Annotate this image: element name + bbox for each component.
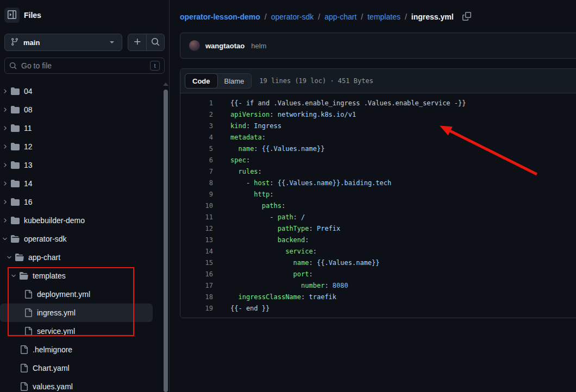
tree-item-label: 11 [24, 124, 32, 132]
folder-open-icon [11, 235, 20, 243]
chevron-spacer [14, 290, 22, 298]
chevron-right-icon [1, 217, 9, 224]
tree-item-12[interactable]: 12 [0, 137, 153, 156]
code-line: 18 ingressClassName: traefik [180, 292, 576, 303]
line-content: service: [213, 246, 317, 257]
scrollbar-thumb[interactable] [164, 90, 168, 392]
breadcrumb-dir-link[interactable]: operator-sdk [271, 12, 314, 21]
tree-item-deployment-yml[interactable]: deployment.yml [0, 285, 153, 304]
line-number[interactable]: 10 [180, 200, 213, 212]
line-number[interactable]: 6 [180, 155, 213, 166]
line-number[interactable]: 1 [180, 98, 213, 109]
app: Files main [0, 0, 576, 392]
tab-blame[interactable]: Blame [217, 74, 252, 88]
tree-item-values-yaml[interactable]: values.yaml [0, 377, 153, 392]
copy-path-button[interactable] [462, 12, 471, 22]
tree-item-service-yml[interactable]: service.yml [0, 322, 153, 340]
code-line: 17 number: 8080 [180, 280, 576, 292]
line-number[interactable]: 4 [180, 132, 213, 143]
search-icon [151, 37, 160, 48]
code-line: 5 name: {{.Values.name}} [180, 143, 576, 155]
tree-item-operator-sdk[interactable]: operator-sdk [0, 230, 153, 248]
line-number[interactable]: 12 [180, 223, 213, 235]
tree-item-11[interactable]: 11 [0, 119, 153, 137]
line-number[interactable]: 7 [180, 166, 213, 178]
line-number[interactable]: 8 [180, 178, 213, 189]
line-number[interactable]: 14 [180, 246, 213, 257]
search-code-button[interactable] [146, 34, 164, 50]
tree-item-13[interactable]: 13 [0, 156, 153, 174]
tree-item-04[interactable]: 04 [0, 82, 153, 100]
line-content: name: {{.Values.name}} [213, 257, 380, 269]
line-number[interactable]: 18 [180, 292, 213, 303]
chevron-spacer [10, 364, 17, 372]
chevron-right-icon [1, 161, 9, 169]
breadcrumb-separator: / [318, 12, 320, 21]
commit-message[interactable]: helm [251, 42, 266, 50]
tree-item-templates[interactable]: templates [0, 267, 153, 285]
avatar[interactable] [189, 40, 200, 51]
chevron-down-icon [1, 235, 9, 243]
line-number[interactable]: 17 [180, 280, 213, 292]
code-line: 9 http: [180, 189, 576, 200]
breadcrumb-repo-link[interactable]: operator-lesson-demo [180, 12, 260, 21]
chevron-right-icon [1, 143, 9, 150]
sidebar-scrollbar [163, 81, 168, 392]
line-number[interactable]: 16 [180, 269, 213, 280]
chevron-spacer [14, 327, 22, 335]
line-content: http: [213, 189, 274, 200]
tree-item-08[interactable]: 08 [0, 100, 153, 119]
tree-item-chart-yaml[interactable]: Chart.yaml [0, 359, 153, 377]
folder-icon [11, 198, 20, 206]
chevron-spacer [10, 383, 17, 390]
breadcrumb-current-file: ingress.yml [411, 12, 454, 21]
folder-icon [11, 105, 20, 114]
line-number[interactable]: 19 [180, 303, 213, 314]
file-meta-info: 19 lines (19 loc) · 451 Bytes [259, 77, 373, 85]
commit-author[interactable]: wangtaotao [205, 42, 245, 50]
line-number[interactable]: 11 [180, 212, 213, 223]
line-number[interactable]: 15 [180, 257, 213, 269]
code-line: 1{{- if and .Values.enable_ingress .Valu… [180, 98, 576, 109]
line-number[interactable]: 13 [180, 235, 213, 246]
tree-item-ingress-yml[interactable]: ingress.yml [0, 304, 153, 322]
tree-item-16[interactable]: 16 [0, 193, 153, 211]
folder-icon [11, 124, 20, 132]
tree-item-label: kubebuilder-demo [24, 216, 85, 225]
tab-code[interactable]: Code [185, 73, 218, 88]
tree-item-label: 14 [24, 179, 33, 188]
chevron-right-icon [1, 87, 9, 95]
breadcrumb-separator: / [361, 12, 363, 21]
line-number[interactable]: 9 [180, 189, 213, 200]
file-view-header: Code Blame 19 lines (19 loc) · 451 Bytes [180, 69, 576, 93]
line-number[interactable]: 3 [180, 121, 213, 132]
tree-item-label: .helmignore [33, 345, 72, 354]
scrollbar-up-arrow[interactable] [163, 83, 168, 86]
file-icon [24, 308, 33, 317]
tree-item-app-chart[interactable]: app-chart [0, 248, 153, 267]
line-content: {{- if and .Values.enable_ingress .Value… [213, 98, 466, 109]
tree-item-label: values.yaml [33, 382, 73, 391]
tree-item-kubebuilder-demo[interactable]: kubebuilder-demo [0, 211, 153, 230]
line-number[interactable]: 2 [180, 109, 213, 121]
folder-icon [11, 179, 20, 188]
add-file-button[interactable] [128, 34, 146, 50]
tree-item-helmignore[interactable]: .helmignore [0, 340, 153, 359]
line-content: apiVersion: networking.k8s.io/v1 [213, 109, 356, 121]
line-content: - host: {{.Values.name}}.baiding.tech [213, 178, 391, 189]
branch-name: main [23, 39, 103, 47]
line-content: - path: / [213, 212, 305, 223]
breadcrumb-dir-link[interactable]: app-chart [324, 12, 356, 21]
branch-selector-button[interactable]: main [4, 34, 122, 51]
breadcrumb-dir-link[interactable]: templates [367, 12, 400, 21]
breadcrumb-separator: / [265, 12, 267, 21]
line-number[interactable]: 5 [180, 143, 213, 155]
file-icon [20, 364, 28, 372]
line-content: spec: [213, 155, 250, 166]
breadcrumb: operator-lesson-demo / operator-sdk / ap… [180, 11, 576, 23]
collapse-sidebar-button[interactable] [4, 8, 20, 23]
tree-item-label: operator-sdk [24, 235, 67, 243]
sidebar-controls: main [4, 34, 165, 51]
tree-item-14[interactable]: 14 [0, 174, 153, 193]
go-to-file-input[interactable] [21, 61, 146, 70]
